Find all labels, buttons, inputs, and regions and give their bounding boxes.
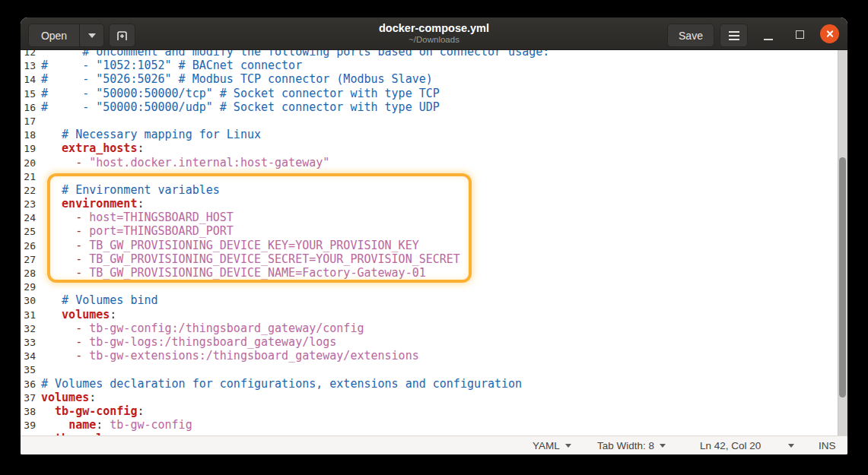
line-number: 17 [21, 115, 36, 128]
code-line[interactable]: 13# - "1052:1052" # BACnet connector [21, 59, 847, 72]
menu-button[interactable] [720, 24, 748, 47]
code-line[interactable]: 30 # Volumes bind [21, 293, 847, 307]
code-line[interactable]: 35 [21, 363, 847, 376]
gedit-window: Open docker-compose.yml ~/Downloads Save [21, 17, 847, 454]
maximize-icon [796, 30, 804, 39]
line-number: 35 [21, 363, 36, 377]
code-line[interactable]: 34 - tb-gw-extensions:/thingsboard_gatew… [21, 349, 847, 363]
code-line[interactable]: 23 environment: [21, 197, 847, 211]
open-dropdown-button[interactable] [79, 24, 104, 47]
minimize-button[interactable] [759, 28, 777, 43]
language-selector[interactable]: YAML [533, 436, 571, 454]
close-icon [825, 30, 834, 38]
code-line[interactable]: 39 name: tb-gw-config [21, 418, 847, 432]
code-line[interactable]: 33 - tb-gw-logs:/thingsboard_gateway/log… [21, 335, 847, 349]
line-number: 32 [21, 322, 36, 336]
line-number: 36 [21, 378, 36, 391]
statusbar: YAML Tab Width: 8 Ln 42, Col 20 INS [21, 435, 847, 454]
minimize-icon [764, 39, 773, 40]
code-line[interactable]: 22 # Environment variables [21, 183, 847, 197]
line-number: 14 [21, 73, 36, 87]
line-number: 19 [21, 142, 36, 156]
editor-area[interactable]: 12 # Uncomment and modify the following … [21, 50, 847, 435]
line-number: 24 [21, 211, 36, 225]
code-line[interactable]: 14# - "5026:5026" # Modbus TCP connector… [21, 72, 847, 86]
window-title-area: docker-compose.yml ~/Downloads [275, 21, 594, 45]
line-number: 15 [21, 87, 36, 101]
code-line[interactable]: 20 - "host.docker.internal:host-gateway" [21, 156, 847, 169]
code-line[interactable]: 31 volumes: [21, 308, 847, 321]
close-button[interactable] [820, 24, 839, 43]
code-line[interactable]: 38 tb-gw-config: [21, 404, 847, 418]
document-title: docker-compose.yml [275, 21, 594, 35]
insert-mode-indicator: INS [819, 436, 836, 454]
code-line[interactable]: 36# Volumes declaration for configuratio… [21, 377, 847, 391]
new-tab-button[interactable] [109, 24, 135, 47]
open-button[interactable]: Open [28, 24, 80, 47]
line-number: 30 [21, 294, 36, 308]
code-line[interactable]: 28 - TB_GW_PROVISIONING_DEVICE_NAME=Fact… [21, 266, 847, 280]
document-path: ~/Downloads [275, 35, 594, 45]
line-number: 34 [21, 350, 36, 363]
line-number: 20 [21, 157, 36, 170]
code-line[interactable]: 12 # Uncomment and modify the following … [21, 50, 847, 59]
line-number: 38 [21, 405, 36, 419]
code-line[interactable]: 37volumes: [21, 391, 847, 404]
line-number: 31 [21, 309, 36, 322]
code-line[interactable]: 29 [21, 280, 847, 293]
line-number: 33 [21, 336, 36, 350]
line-number: 18 [21, 128, 36, 142]
code-line[interactable]: 27 - TB_GW_PROVISIONING_DEVICE_SECRET=YO… [21, 252, 847, 266]
code-lines: 12 # Uncomment and modify the following … [21, 50, 847, 435]
code-line[interactable]: 32 - tb-gw-config:/thingsboard_gateway/c… [21, 321, 847, 335]
code-line[interactable]: 25 - port=THINGSBOARD_PORT [21, 224, 847, 238]
line-number: 13 [21, 59, 36, 73]
chevron-down-icon [565, 444, 571, 448]
line-number: 26 [21, 239, 36, 253]
line-number: 39 [21, 419, 36, 432]
vertical-scrollbar[interactable] [838, 50, 847, 435]
code-line[interactable]: 18 # Necessary mapping for Linux [21, 128, 847, 141]
tab-width-selector[interactable]: Tab Width: 8 [597, 436, 666, 454]
save-button[interactable]: Save [667, 24, 714, 47]
chevron-down-icon [788, 444, 794, 448]
new-tab-plus-icon [116, 29, 129, 42]
line-number: 16 [21, 101, 36, 115]
chevron-down-icon [660, 444, 666, 448]
line-number: 29 [21, 280, 36, 294]
code-line[interactable]: 21 [21, 169, 847, 183]
scrollbar-thumb[interactable] [839, 157, 846, 397]
code-line[interactable]: 26 - TB_GW_PROVISIONING_DEVICE_KEY=YOUR_… [21, 239, 847, 252]
maximize-button[interactable] [790, 25, 809, 43]
hamburger-menu-icon [729, 35, 739, 36]
code-line[interactable]: 19 extra_hosts: [21, 141, 847, 155]
line-number: 28 [21, 267, 36, 280]
line-number: 22 [21, 184, 36, 198]
line-number: 25 [21, 225, 36, 239]
code-line[interactable]: 17 [21, 114, 847, 128]
titlebar: Open docker-compose.yml ~/Downloads Save [21, 17, 847, 50]
code-line[interactable]: 15# - "50000:50000/tcp" # Socket connect… [21, 87, 847, 100]
code-line[interactable]: 16# - "50000:50000/udp" # Socket connect… [21, 100, 847, 114]
line-number: 37 [21, 391, 36, 405]
cursor-position[interactable]: Ln 42, Col 20 [700, 436, 761, 454]
line-number: 23 [21, 198, 36, 211]
goto-line-button[interactable] [788, 436, 794, 454]
line-number: 27 [21, 253, 36, 267]
code-line[interactable]: 24 - host=THINGSBOARD_HOST [21, 211, 847, 224]
line-number: 21 [21, 170, 36, 184]
chevron-down-icon [88, 33, 96, 38]
